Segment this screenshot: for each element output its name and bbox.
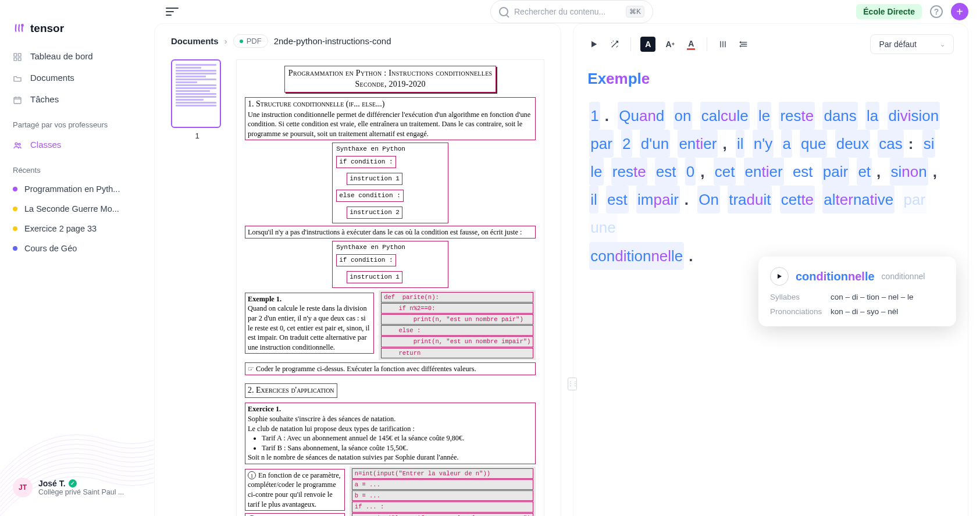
dot-icon [13,246,17,251]
calendar-icon [13,95,23,104]
reading-text: Exemple 1. Quand on calcule le reste dan… [587,65,954,270]
add-button[interactable]: + [951,3,968,20]
help-button[interactable]: ? [930,5,943,18]
svg-rect-4 [18,58,21,61]
verified-icon: ✓ [69,479,77,487]
user-school: Collège privé Saint Paul ... [38,488,124,496]
nav-classes[interactable]: Classes [0,134,154,155]
breadcrumb-title: 2nde-python-instructions-cond [274,36,391,46]
style-select[interactable]: Par défaut⌄ [870,34,954,54]
popover-type: conditionnel [882,272,925,281]
nav-dashboard[interactable]: Tableau de bord [0,45,154,67]
logo[interactable]: tensor [13,22,141,35]
page-thumbnail[interactable] [171,59,221,128]
user-card[interactable]: JT José T.✓ Collège privé Saint Paul ... [0,471,154,504]
nav-tasks[interactable]: Tâches [0,88,154,110]
svg-rect-1 [14,54,17,56]
recent-item[interactable]: Exercice 2 page 33 [0,219,154,239]
shortcut-badge: ⌘K [626,6,644,17]
popover-word: conditionnelle [796,270,875,283]
shared-label: Partagé par vos professeurs [0,110,154,134]
chevron-right-icon: › [224,36,227,46]
search-input[interactable]: Rechercher du contenu... ⌘K [490,0,653,23]
document-page[interactable]: Programmation en Python : Instructions c… [236,59,544,516]
pronounce-button[interactable] [770,267,789,286]
spacing-v-button[interactable] [737,38,750,51]
avatar: JT [13,478,33,497]
svg-point-6 [15,143,17,145]
file-type-badge: PDF [233,34,268,48]
svg-rect-5 [14,97,21,104]
folder-icon [13,74,23,82]
reading-heading: Exemple [587,65,954,92]
font-size-button[interactable]: A+ [664,38,676,51]
user-name: José T.✓ [38,479,124,488]
recents-label: Récents [0,155,154,179]
menu-toggle[interactable] [166,3,182,20]
recent-item[interactable]: La Seconde Guerre Mo... [0,199,154,219]
recent-item[interactable]: Cours de Géo [0,239,154,258]
dot-icon [13,207,17,211]
breadcrumb: Documents › PDF 2nde-python-instructions… [171,34,544,48]
recent-item[interactable]: Programmation en Pyth... [0,179,154,199]
dashboard-icon [13,52,23,61]
dot-icon [13,226,17,231]
thumbnail-page-number: 1 [171,131,223,140]
magic-button[interactable] [608,38,621,51]
search-icon [499,7,508,16]
text-color-button[interactable]: A [685,38,697,51]
svg-rect-3 [14,58,17,61]
integration-badge[interactable]: École Directe [856,4,922,19]
word-popover: conditionnelle conditionnel Syllabescon … [758,257,956,326]
resize-handle[interactable]: ⋮⋮ [568,378,577,390]
nav-documents[interactable]: Documents [0,67,154,88]
breadcrumb-root[interactable]: Documents [171,36,219,46]
spacing-h-button[interactable] [717,38,729,51]
font-button[interactable]: A [640,37,655,52]
dot-icon [13,187,17,191]
svg-point-7 [19,143,20,145]
svg-point-0 [22,24,23,26]
svg-rect-2 [18,54,21,56]
play-button[interactable] [587,38,600,51]
users-icon [13,141,23,149]
chevron-down-icon: ⌄ [940,41,945,48]
